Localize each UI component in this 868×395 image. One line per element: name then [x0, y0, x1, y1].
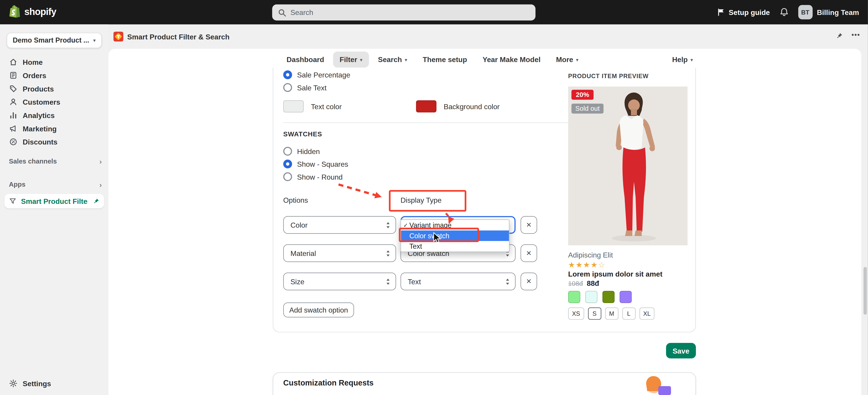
color-swatch[interactable] — [568, 291, 580, 303]
background-color-swatch[interactable] — [416, 100, 436, 113]
tab-help[interactable]: Help ▾ — [665, 51, 700, 67]
save-button[interactable]: Save — [666, 343, 696, 358]
option-name-select-size[interactable]: Size — [283, 273, 396, 290]
app-header: Smart Product Filter & Search ••• — [108, 25, 868, 49]
tab-dashboard[interactable]: Dashboard — [280, 51, 331, 67]
product-image: 20% Sold out — [568, 86, 687, 246]
rating-stars: ★★★★☆ — [568, 260, 606, 269]
pin-icon[interactable] — [92, 198, 99, 205]
compare-at-price: 108đ — [568, 280, 583, 287]
avatar: BT — [798, 5, 813, 20]
color-swatch[interactable] — [602, 291, 615, 303]
remove-option-button[interactable]: ✕ — [521, 273, 537, 290]
store-switcher[interactable]: Demo Smart Product ... ▾ — [6, 33, 102, 48]
tab-filter[interactable]: Filter ▾ — [333, 51, 369, 67]
size-option[interactable]: XL — [639, 308, 654, 320]
option-name-select-color[interactable]: Color — [283, 216, 396, 234]
caret-down-icon: ▾ — [93, 37, 96, 43]
discount-badge: 20% — [571, 90, 594, 100]
size-swatch-row: XS S M L XL — [568, 308, 654, 320]
notifications-button[interactable] — [779, 7, 789, 17]
sidebar-nav: Home Orders Products Customers — [0, 56, 108, 148]
marketing-icon — [9, 124, 18, 133]
check-icon: ✓ — [403, 222, 408, 228]
size-option[interactable]: M — [605, 308, 618, 320]
sidebar-item-marketing[interactable]: Marketing — [4, 122, 104, 135]
global-search[interactable] — [272, 4, 535, 21]
options-label: Options — [283, 196, 308, 205]
radio-dot — [283, 172, 292, 181]
tab-theme-setup[interactable]: Theme setup — [416, 51, 474, 67]
select-caret-icon — [385, 278, 391, 285]
sidebar-item-products[interactable]: Products — [4, 82, 104, 95]
select-caret-icon — [385, 221, 391, 228]
text-color-field[interactable]: Text color — [283, 100, 341, 113]
radio-dot — [283, 160, 292, 168]
sidebar-item-orders[interactable]: Orders — [4, 68, 104, 82]
display-type-label: Display Type — [401, 196, 441, 205]
more-actions-icon[interactable]: ••• — [851, 31, 860, 39]
screen: shopify Setup guide — [0, 0, 868, 395]
size-option-selected[interactable]: S — [588, 308, 601, 320]
customers-icon — [9, 97, 18, 106]
sidebar-item-analytics[interactable]: Analytics — [4, 109, 104, 122]
products-icon — [9, 84, 18, 93]
price-row: 108đ 88đ — [568, 279, 599, 288]
account-name: Billing Team — [817, 8, 859, 16]
color-swatch[interactable] — [585, 291, 597, 303]
shopify-bag-icon — [9, 5, 22, 20]
tab-more[interactable]: More ▾ — [549, 51, 585, 67]
search-input[interactable] — [290, 8, 529, 17]
sidebar-item-settings[interactable]: Settings — [4, 377, 104, 390]
filter-app-icon — [9, 197, 17, 205]
gear-icon — [9, 379, 18, 388]
sales-channels-header[interactable]: Sales channels › — [9, 156, 102, 167]
setup-guide-button[interactable]: Setup guide — [718, 8, 770, 16]
radio-hidden[interactable]: Hidden — [283, 147, 320, 156]
radio-sale-percentage[interactable]: Sale Percentage — [283, 70, 350, 79]
account-menu[interactable]: BT Billing Team — [798, 5, 859, 20]
remove-option-button[interactable]: ✕ — [521, 244, 537, 262]
text-color-swatch[interactable] — [283, 100, 304, 113]
color-swatch[interactable] — [620, 291, 632, 303]
radio-dot — [283, 83, 292, 92]
select-caret-icon — [385, 250, 391, 257]
select-caret-icon — [505, 278, 510, 285]
size-option[interactable]: XS — [568, 308, 584, 320]
remove-option-button[interactable]: ✕ — [521, 216, 537, 234]
app-title: Smart Product Filter & Search — [127, 33, 229, 41]
tab-year-make-model[interactable]: Year Make Model — [476, 51, 547, 67]
app-tabs: Dashboard Filter ▾ Search ▾ Theme setup … — [280, 51, 585, 67]
star-empty-icon: ☆ — [598, 260, 606, 269]
sidebar-item-discounts[interactable]: Discounts — [4, 135, 104, 148]
scrollbar-thumb[interactable] — [864, 267, 867, 315]
apps-header[interactable]: Apps › — [9, 179, 102, 190]
dropdown-item-variant-image[interactable]: ✓ Variant image — [401, 220, 509, 230]
tab-search[interactable]: Search ▾ — [371, 51, 414, 67]
preview-heading: PRODUCT ITEM PREVIEW — [568, 73, 649, 79]
setup-guide-label: Setup guide — [729, 8, 770, 16]
shopify-logo[interactable]: shopify — [9, 5, 56, 20]
radio-show-round[interactable]: Show - Round — [283, 172, 343, 181]
orders-icon — [9, 71, 18, 80]
display-type-select-size[interactable]: Text — [401, 273, 516, 290]
customization-requests-card: Customization Requests — [273, 372, 696, 395]
caret-down-icon: ▾ — [360, 57, 363, 62]
radio-sale-text[interactable]: Sale Text — [283, 83, 327, 92]
sidebar-item-customers[interactable]: Customers — [4, 95, 104, 109]
option-name-select-material[interactable]: Material — [283, 244, 396, 262]
radio-show-squares[interactable]: Show - Squares — [283, 160, 348, 168]
radio-dot — [283, 70, 292, 79]
dropdown-item-text[interactable]: Text — [401, 241, 509, 251]
pin-icon[interactable] — [835, 32, 843, 42]
sidebar-item-home[interactable]: Home — [4, 56, 104, 69]
add-swatch-option-button[interactable]: Add swatch option — [283, 303, 354, 317]
product-vendor: Adipiscing Elit — [568, 251, 613, 259]
product-name: Lorem ipsum dolor sit amet — [568, 270, 662, 278]
background-color-field[interactable]: Background color — [416, 100, 500, 113]
display-type-dropdown: ✓ Variant image Color swatch Text — [401, 220, 509, 252]
customization-title: Customization Requests — [283, 378, 374, 387]
sidebar-item-smart-product-filter[interactable]: Smart Product Filter ... — [4, 194, 104, 208]
dropdown-item-color-swatch[interactable]: Color swatch — [401, 231, 509, 241]
size-option[interactable]: L — [622, 308, 636, 320]
